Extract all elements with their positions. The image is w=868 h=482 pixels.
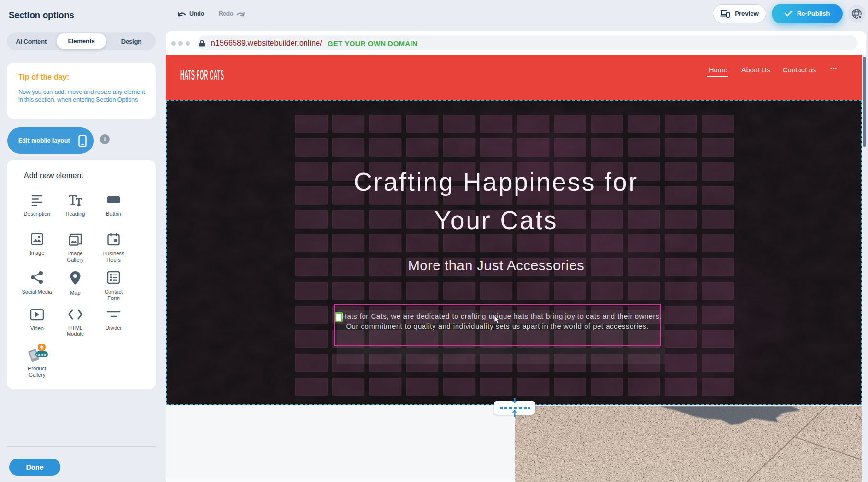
- svg-text:SHOP: SHOP: [36, 353, 47, 357]
